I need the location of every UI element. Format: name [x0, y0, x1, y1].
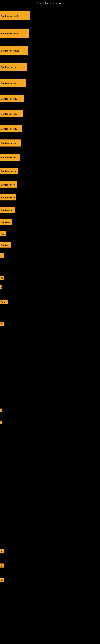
- bottleneck-badge-14: Bottleneck r: [0, 207, 15, 213]
- bottleneck-badge-21: Bott: [0, 300, 8, 304]
- bottleneck-badge-25: B: [0, 550, 4, 554]
- bottleneck-badge-18: B: [0, 253, 3, 258]
- bottleneck-badge-8: Bottleneck resu: [0, 125, 22, 132]
- bottleneck-badge-13: Bottleneck re: [0, 194, 16, 200]
- bottleneck-badge-1: Bottleneck result: [0, 11, 30, 20]
- bottleneck-badge-22: B: [0, 322, 4, 326]
- bottleneck-badge-5: Bottleneck resu: [0, 79, 26, 87]
- bottleneck-badge-6: Bottleneck resu: [0, 94, 24, 102]
- bottleneck-badge-4: Bottleneck resu: [0, 63, 27, 71]
- bottleneck-badge-15: Bottlenec: [0, 219, 12, 225]
- bottleneck-badge-9: Bottleneck resu: [0, 140, 21, 146]
- bottleneck-badge-2: Bottleneck result: [0, 28, 29, 38]
- bottleneck-badge-27: Bo: [0, 578, 4, 582]
- bottleneck-badge-26: B: [0, 564, 4, 568]
- bottleneck-badge-23: B: [0, 408, 2, 412]
- bottleneck-badge-20: B: [0, 285, 2, 290]
- bottleneck-badge-24: B: [0, 420, 2, 424]
- bottleneck-badge-17: Bottlen: [0, 242, 11, 248]
- bottleneck-badge-10: Bottleneck ress: [0, 154, 20, 160]
- bottleneck-badge-16: Bot: [0, 231, 6, 236]
- site-title: TheBottlenecker.com: [0, 2, 100, 5]
- bottleneck-badge-12: Bottleneck re: [0, 181, 17, 188]
- bottleneck-badge-19: Bo: [0, 276, 4, 280]
- bottleneck-badge-11: Bottleneck res: [0, 168, 18, 174]
- bottleneck-badge-3: Bottleneck result: [0, 46, 28, 55]
- bottleneck-badge-7: Bottleneck resu: [0, 110, 23, 117]
